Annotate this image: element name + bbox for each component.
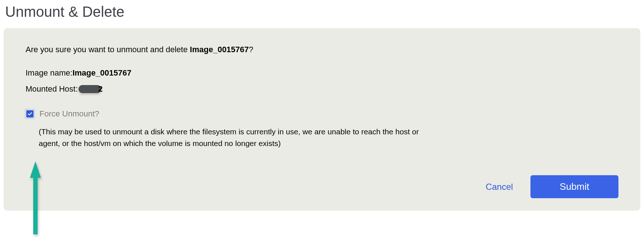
force-unmount-label: Force Unmount? (39, 109, 99, 119)
checkmark-icon (26, 110, 34, 118)
dialog-buttons: Cancel Submit (486, 175, 618, 198)
annotation-arrow-icon (26, 158, 45, 238)
force-unmount-row: Force Unmount? (26, 109, 618, 119)
image-name-label: Image name: (26, 68, 72, 78)
confirm-prefix: Are you sure you want to unmount and del… (26, 45, 190, 54)
confirm-suffix: ? (249, 45, 253, 54)
page-title: Unmount & Delete (5, 4, 640, 20)
mounted-host-field: Mounted Host: 2 (26, 84, 618, 94)
mounted-host-label: Mounted Host: (26, 84, 78, 94)
confirm-image-name: Image_0015767 (190, 45, 249, 54)
cancel-button[interactable]: Cancel (486, 182, 513, 192)
submit-button[interactable]: Submit (530, 175, 618, 198)
mounted-host-redacted (78, 85, 101, 93)
image-name-field: Image name: Image_0015767 (26, 68, 618, 78)
confirm-message: Are you sure you want to unmount and del… (26, 45, 618, 54)
unmount-delete-dialog: Are you sure you want to unmount and del… (4, 28, 640, 211)
force-unmount-checkbox[interactable] (26, 110, 34, 118)
force-unmount-help: (This may be used to unmount a disk wher… (39, 126, 440, 149)
mounted-host-suffix: 2 (98, 84, 103, 94)
image-name-value: Image_0015767 (72, 68, 131, 78)
